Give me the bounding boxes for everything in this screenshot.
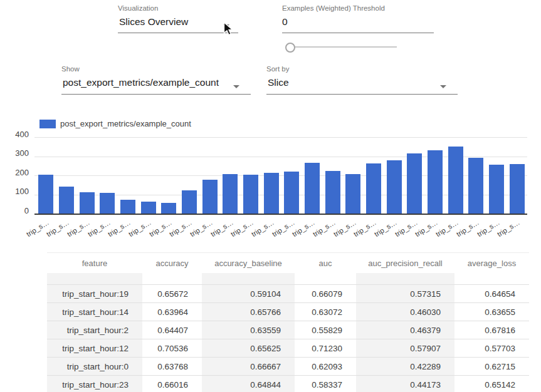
bar[interactable] — [428, 150, 443, 215]
bar[interactable] — [284, 172, 299, 214]
table-row[interactable]: trip_start_hour:190.656720.591040.660790… — [47, 285, 529, 303]
table-header-row: featureaccuracyaccuracy_baselineaucauc_p… — [47, 253, 529, 274]
visualization-value[interactable]: Slices Overview — [118, 16, 238, 28]
bar[interactable] — [80, 192, 95, 214]
table-filter-row — [47, 273, 529, 285]
bar[interactable] — [489, 165, 504, 214]
threshold-field[interactable]: Examples (Weighted) Threshold — [282, 4, 434, 33]
bar[interactable] — [182, 190, 197, 214]
cell-accuracy: 0.63964 — [142, 303, 202, 321]
cell-accuracy_baseline: 0.59104 — [202, 285, 295, 303]
cell-accuracy_baseline: 0.66667 — [202, 358, 295, 376]
table-row[interactable]: trip_start_hour:140.639640.657660.630720… — [47, 303, 529, 321]
cell-accuracy: 0.64407 — [142, 321, 202, 339]
bar[interactable] — [366, 163, 381, 214]
bar[interactable] — [387, 160, 402, 214]
y-axis-tick-label: 200 — [15, 168, 29, 176]
bar[interactable] — [38, 175, 53, 214]
x-axis-label: trip_s… — [87, 219, 112, 238]
bar[interactable] — [141, 202, 156, 214]
cell-auc: 0.71230 — [295, 339, 356, 358]
slider-handle[interactable] — [285, 43, 295, 53]
bar[interactable] — [448, 147, 463, 214]
x-axis-label: trip_s… — [271, 219, 296, 238]
filter-cell — [454, 273, 529, 285]
column-header-average_loss[interactable]: average_loss — [454, 253, 529, 274]
cell-accuracy_baseline: 0.63559 — [202, 321, 295, 339]
bar-slot: trip_s… — [384, 138, 404, 214]
bar[interactable] — [100, 193, 115, 214]
bar[interactable] — [345, 174, 360, 214]
threshold-label: Examples (Weighted) Threshold — [282, 4, 434, 12]
x-axis-label: trip_s… — [107, 219, 132, 238]
field-underline — [118, 33, 238, 33]
slider-track[interactable] — [289, 46, 397, 48]
column-header-accuracy_baseline[interactable]: accuracy_baseline — [202, 253, 295, 274]
table-row[interactable]: trip_start_hour:120.705360.656250.712300… — [47, 339, 529, 358]
table-row[interactable]: trip_start_hour:00.637680.666670.620930.… — [47, 358, 529, 376]
threshold-slider[interactable] — [285, 41, 399, 53]
x-axis-label: trip_s… — [148, 219, 173, 238]
visualization-label: Visualization — [118, 4, 238, 12]
cell-auc_precision_recall: 0.46379 — [356, 321, 454, 339]
column-header-auc[interactable]: auc — [295, 253, 356, 274]
legend-swatch — [39, 120, 56, 128]
x-axis-label: trip_s… — [45, 219, 70, 238]
table-body: trip_start_hour:190.656720.591040.660790… — [47, 285, 529, 392]
show-dropdown[interactable]: Show post_export_metrics/example_count — [61, 65, 251, 95]
filter-cell — [47, 273, 142, 285]
x-axis-label: trip_s… — [373, 219, 398, 238]
field-underline — [282, 33, 434, 33]
x-axis-label: trip_s… — [250, 219, 275, 238]
x-axis-baseline — [34, 214, 527, 215]
bar[interactable] — [468, 158, 483, 214]
cell-auc: 0.58337 — [295, 376, 356, 392]
column-header-auc_precision_recall[interactable]: auc_precision_recall — [356, 253, 454, 274]
bar[interactable] — [120, 200, 135, 215]
bar[interactable] — [305, 163, 320, 214]
table-row[interactable]: trip_start_hour:230.660160.648440.583370… — [47, 376, 529, 392]
bar[interactable] — [243, 175, 258, 214]
column-header-accuracy[interactable]: accuracy — [142, 253, 202, 274]
cell-average_loss: 0.62715 — [454, 358, 529, 376]
sort-by-value[interactable]: Slice — [266, 77, 458, 88]
cell-average_loss: 0.67816 — [454, 321, 529, 339]
chevron-down-icon[interactable] — [440, 85, 446, 88]
sort-by-label: Sort by — [266, 65, 458, 73]
bar-slot: trip_s… — [56, 138, 77, 214]
bar[interactable] — [407, 153, 422, 214]
x-axis-label: trip_s… — [168, 219, 193, 238]
cell-feature: trip_start_hour:2 — [47, 321, 142, 339]
bar-slot: trip_s… — [281, 138, 302, 214]
bar[interactable] — [510, 164, 525, 214]
y-axis-tick-label: 300 — [15, 149, 29, 157]
show-value[interactable]: post_export_metrics/example_count — [61, 77, 251, 88]
bar-slot: trip_s… — [199, 138, 220, 214]
bar[interactable] — [264, 173, 279, 214]
cell-auc_precision_recall: 0.44173 — [356, 376, 454, 392]
sort-by-dropdown[interactable]: Sort by Slice — [266, 65, 458, 95]
x-axis-label: trip_s… — [352, 219, 377, 238]
visualization-dropdown[interactable]: Visualization Slices Overview — [118, 4, 238, 33]
bar-slot: trip_s… — [364, 138, 384, 214]
cell-auc: 0.62093 — [295, 358, 356, 376]
bar[interactable] — [161, 203, 176, 214]
x-axis-label: trip_s… — [312, 219, 337, 238]
x-axis-label: trip_s… — [209, 219, 234, 238]
column-header-feature[interactable]: feature — [47, 253, 142, 274]
cell-average_loss: 0.57703 — [454, 339, 529, 358]
bar[interactable] — [325, 171, 340, 215]
cell-feature: trip_start_hour:12 — [47, 339, 142, 358]
bar-slot: trip_s… — [138, 138, 159, 214]
bar-slot: trip_s… — [343, 138, 364, 214]
table-row[interactable]: trip_start_hour:20.644070.635590.558290.… — [47, 321, 529, 339]
bar[interactable] — [202, 180, 218, 215]
filter-cell — [356, 273, 454, 285]
y-axis-tick-label: 100 — [15, 187, 29, 195]
bar[interactable] — [59, 187, 74, 214]
chevron-down-icon[interactable] — [233, 85, 239, 88]
threshold-input[interactable] — [282, 16, 345, 28]
bar-slot: trip_s… — [425, 138, 446, 214]
x-axis-label: trip_s… — [414, 219, 439, 238]
bar[interactable] — [223, 174, 238, 214]
